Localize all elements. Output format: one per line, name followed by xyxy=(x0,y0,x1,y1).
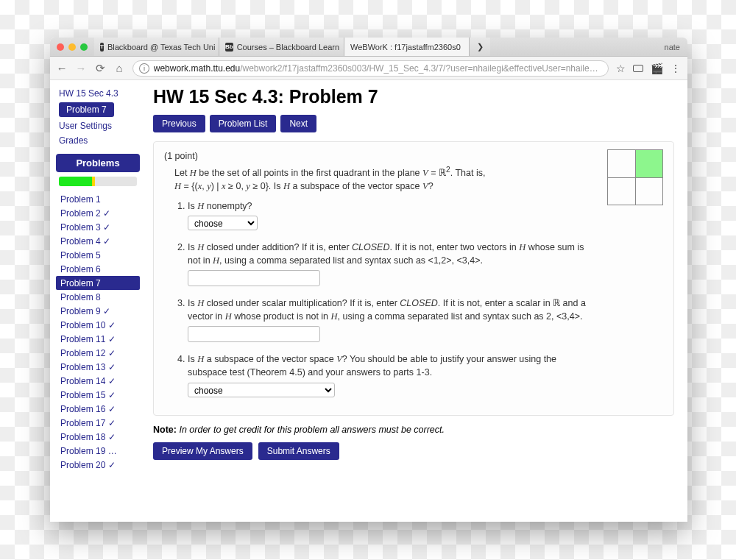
previous-button[interactable]: Previous xyxy=(153,115,205,132)
favicon-icon: Bb xyxy=(225,43,233,52)
back-icon[interactable]: ← xyxy=(56,62,68,74)
home-icon[interactable]: ⌂ xyxy=(113,62,125,74)
sidebar-problem-1[interactable]: Problem 1 xyxy=(53,192,143,206)
sidebar-problem-5[interactable]: Problem 5 xyxy=(53,248,143,262)
points-label: (1 point) xyxy=(164,149,663,163)
sidebar-problem-6[interactable]: Problem 6 xyxy=(53,262,143,276)
question-2: Is H closed under addition? If it is, en… xyxy=(188,241,663,286)
breadcrumb-current: Problem 7 xyxy=(59,102,114,117)
problem-intro: Let H be the set of all points in the fi… xyxy=(164,164,663,193)
main: HW 15 Sec 4.3: Problem 7 Previous Proble… xyxy=(146,80,687,522)
sidebar-problem-11[interactable]: Problem 11 ✓ xyxy=(53,332,143,346)
submit-answers-button[interactable]: Submit Answers xyxy=(258,442,339,460)
question-1: Is H nonempty? choose xyxy=(188,199,663,230)
tab-blackboard-ttu[interactable]: T Blackboard @ Texas Tech Uni × xyxy=(94,38,219,56)
browser-window: T Blackboard @ Texas Tech Uni × Bb Cours… xyxy=(50,38,687,522)
close-tab-icon[interactable]: × xyxy=(464,42,470,52)
tab-strip: T Blackboard @ Texas Tech Uni × Bb Cours… xyxy=(50,38,687,57)
breadcrumb-hw[interactable]: HW 15 Sec 4.3 xyxy=(53,86,143,101)
tab-webwork[interactable]: WeBWorK : f17jastaffm2360s0 × xyxy=(344,38,470,56)
sidebar-problem-13[interactable]: Problem 13 ✓ xyxy=(53,360,143,374)
minimize-window-icon[interactable] xyxy=(68,43,76,51)
question-4: Is H a subspace of the vector space V? Y… xyxy=(188,352,663,397)
url-text: webwork.math.ttu.edu/webwork2/f17jastaff… xyxy=(154,63,602,74)
sidebar-problem-16[interactable]: Problem 16 ✓ xyxy=(53,402,143,416)
tab-blackboard-courses[interactable]: Bb Courses – Blackboard Learn × xyxy=(219,38,344,56)
q2-input[interactable] xyxy=(188,270,320,286)
sidebar-problem-18[interactable]: Problem 18 ✓ xyxy=(53,430,143,444)
problem-list-button[interactable]: Problem List xyxy=(210,115,277,132)
sidebar-problem-17[interactable]: Problem 17 ✓ xyxy=(53,416,143,430)
cast-icon[interactable] xyxy=(633,65,643,72)
sidebar-problem-9[interactable]: Problem 9 ✓ xyxy=(53,304,143,318)
q1-select[interactable]: choose xyxy=(188,216,258,230)
question-3: Is H closed under scalar multiplication?… xyxy=(188,297,663,342)
page-title: HW 15 Sec 4.3: Problem 7 xyxy=(153,86,674,107)
reload-icon[interactable]: ⟳ xyxy=(94,62,106,75)
sidebar-problem-14[interactable]: Problem 14 ✓ xyxy=(53,374,143,388)
problem-panel: (1 point) Let H be the set of all points… xyxy=(153,141,674,416)
tab-label: Blackboard @ Texas Tech Uni xyxy=(107,43,216,52)
note: Note: In order to get credit for this pr… xyxy=(153,425,674,435)
problems-header: Problems xyxy=(56,154,140,172)
sidebar: HW 15 Sec 4.3 Problem 7 User Settings Gr… xyxy=(50,80,146,522)
page-content: HW 15 Sec 4.3 Problem 7 User Settings Gr… xyxy=(50,80,687,522)
address-input[interactable]: i webwork.math.ttu.edu/webwork2/f17jasta… xyxy=(132,60,609,77)
preview-answers-button[interactable]: Preview My Answers xyxy=(153,442,252,460)
new-tab-button[interactable]: ❯ xyxy=(470,38,490,56)
close-window-icon[interactable] xyxy=(57,43,64,51)
progress-bar xyxy=(59,177,137,186)
problem-list: Problem 1Problem 2 ✓Problem 3 ✓Problem 4… xyxy=(53,192,143,472)
sidebar-problem-7[interactable]: Problem 7 xyxy=(56,276,140,290)
link-user-settings[interactable]: User Settings xyxy=(53,118,143,133)
progress-partial xyxy=(92,177,95,186)
url-bar: ← → ⟳ ⌂ i webwork.math.ttu.edu/webwork2/… xyxy=(50,57,687,80)
progress-done xyxy=(59,177,92,186)
q4-select[interactable]: choose xyxy=(188,383,335,397)
window-controls xyxy=(50,38,94,56)
quadrant-figure xyxy=(607,149,663,205)
sidebar-problem-4[interactable]: Problem 4 ✓ xyxy=(53,234,143,248)
favicon-icon: T xyxy=(100,43,104,52)
site-info-icon[interactable]: i xyxy=(139,63,149,74)
profile-name[interactable]: nate xyxy=(657,38,687,56)
sidebar-problem-20[interactable]: Problem 20 ✓ xyxy=(53,458,143,472)
sidebar-problem-10[interactable]: Problem 10 ✓ xyxy=(53,318,143,332)
sidebar-problem-12[interactable]: Problem 12 ✓ xyxy=(53,346,143,360)
sidebar-problem-19[interactable]: Problem 19 … xyxy=(53,444,143,458)
tab-label: Courses – Blackboard Learn xyxy=(237,43,339,52)
extension-icon[interactable]: 🎬 xyxy=(651,63,663,74)
sidebar-problem-15[interactable]: Problem 15 ✓ xyxy=(53,388,143,402)
sidebar-problem-8[interactable]: Problem 8 xyxy=(53,290,143,304)
forward-icon[interactable]: → xyxy=(75,62,87,74)
next-button[interactable]: Next xyxy=(280,115,316,132)
sidebar-problem-2[interactable]: Problem 2 ✓ xyxy=(53,206,143,220)
bookmark-icon[interactable]: ☆ xyxy=(616,63,626,74)
sidebar-problem-3[interactable]: Problem 3 ✓ xyxy=(53,220,143,234)
tab-label: WeBWorK : f17jastaffm2360s0 xyxy=(350,43,461,52)
q3-input[interactable] xyxy=(188,326,320,342)
maximize-window-icon[interactable] xyxy=(80,43,88,51)
menu-icon[interactable]: ⋮ xyxy=(670,63,682,74)
link-grades[interactable]: Grades xyxy=(53,133,143,148)
